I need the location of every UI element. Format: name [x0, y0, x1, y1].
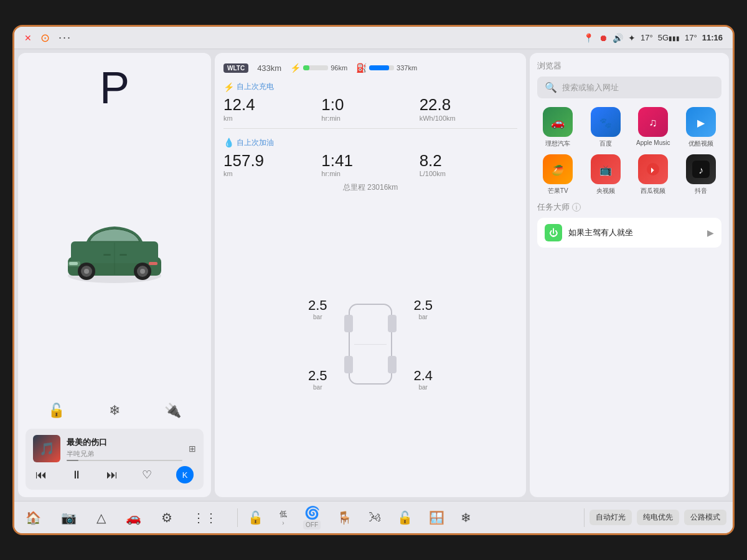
app-label-mango: 芒果TV [548, 187, 568, 195]
location-icon: 📍 [583, 33, 594, 43]
fuel-section-label: 💧 自上次加油 [223, 138, 517, 148]
toolbar-car[interactable]: 🚗 [121, 508, 146, 528]
home-icon: 🏠 [26, 510, 41, 525]
app-xigua[interactable]: ⏵ 西瓜视频 [632, 154, 674, 195]
toolbar-settings[interactable]: ⚙ [156, 508, 177, 528]
ev-priority-button[interactable]: 纯电优先 [637, 510, 679, 525]
toolbar-camera[interactable]: 📷 [56, 508, 82, 528]
electric-stats: 12.4 km 1:0 hr:min 22.8 kWh/100km [223, 96, 517, 122]
charge-control-icon[interactable]: 🔌 [164, 403, 181, 419]
low-label: 低 [280, 509, 287, 520]
toolbar-cool[interactable]: ❄ [456, 508, 476, 528]
electric-time: 1:0 hr:min [321, 96, 419, 122]
status-left: ✕ ⊙ ··· [24, 31, 576, 45]
browser-search[interactable]: 🔍 搜索或输入网址 [537, 77, 721, 98]
camera-icon: 📷 [61, 510, 77, 525]
task-arrow-icon[interactable]: ▶ [707, 228, 714, 238]
app-label-cctv: 央视频 [596, 187, 615, 195]
toolbar-windshield[interactable]: 🌬 [364, 508, 386, 527]
music-text: 最美的伤口 半吨兄弟 [67, 437, 182, 461]
status-bar: ✕ ⊙ ··· 📍 ⏺ 🔊 ✦ 17° 5G▮▮▮ 17° 11:16 [14, 27, 733, 49]
electric-range: ⚡ 96km [290, 63, 347, 73]
fuel-stats: 157.9 km 1:41 hr:min 8.2 L/100km [223, 152, 517, 178]
fuel-consumption: 8.2 L/100km [420, 152, 517, 178]
app-lixiang[interactable]: 🚗 理想汽车 [537, 107, 579, 148]
prev-button[interactable]: ⏮ [35, 469, 47, 482]
network-label: 5G▮▮▮ [658, 33, 680, 42]
svg-rect-5 [149, 262, 157, 265]
task-section: 任务大师 i ⏻ 如果主驾有人就坐 ▶ [537, 202, 721, 248]
app-icon-xigua: ⏵ [638, 154, 668, 184]
cool-icon: ❄ [461, 510, 471, 525]
app-cctv[interactable]: 📺 央视频 [585, 154, 627, 195]
fuel-distance: 157.9 km [223, 152, 321, 178]
tire-rr: 2.4 bar [413, 368, 433, 391]
pause-button[interactable]: ⏸ [71, 469, 82, 482]
svg-text:🥭: 🥭 [552, 164, 564, 176]
music-player: 🎵 最美的伤口 半吨兄弟 ⊞ ⏮ ⏸ ⏭ ♡ [26, 429, 204, 490]
fuel-time: 1:41 hr:min [321, 152, 419, 178]
app-mango[interactable]: 🥭 芒果TV [537, 154, 579, 195]
gear-indicator: P [26, 60, 204, 110]
mirror-icon: 🪟 [429, 510, 444, 525]
nav-icon: △ [96, 510, 106, 525]
car-svg [52, 217, 177, 291]
toolbar-lock[interactable]: 🔓 [243, 508, 268, 528]
nav-dots[interactable]: ··· [59, 31, 72, 44]
svg-point-11 [140, 269, 145, 274]
settings-icon: ⚙ [161, 510, 172, 525]
lock-control-icon[interactable]: 🔓 [48, 403, 65, 419]
circular-icon[interactable]: ⊙ [40, 31, 50, 45]
ac-control-icon[interactable]: ❄ [109, 403, 120, 419]
svg-text:📺: 📺 [599, 164, 612, 176]
music-cover: 🎵 [33, 435, 60, 462]
main-content: P [14, 49, 733, 501]
total-mileage: 总里程 23016km [223, 181, 517, 194]
fan-icon: 🌀 [304, 505, 320, 520]
browser-section: 浏览器 🔍 搜索或输入网址 [537, 60, 721, 98]
tire-pressure-section: 2.5 bar 2.5 bar [223, 198, 517, 490]
next-button[interactable]: ⏭ [106, 469, 118, 482]
like-button[interactable]: ♡ [142, 468, 152, 482]
volume-icon[interactable]: 🔊 [613, 33, 623, 43]
time-label: 11:16 [702, 33, 723, 42]
svg-rect-13 [103, 254, 111, 256]
toolbar-home[interactable]: 🏠 [21, 508, 46, 528]
task-item[interactable]: ⏻ 如果主驾有人就坐 ▶ [537, 218, 721, 248]
toolbar-seat-heat[interactable]: 🪑 [332, 508, 357, 528]
search-placeholder: 搜索或输入网址 [562, 82, 619, 93]
queue-icon[interactable]: ⊞ [189, 444, 196, 454]
browser-title: 浏览器 [537, 60, 721, 72]
music-progress-bar [67, 460, 182, 461]
app-youku[interactable]: ▶ 优酷视频 [680, 107, 722, 148]
app-apple-music[interactable]: ♫ Apple Music [632, 107, 674, 148]
right-panel: 浏览器 🔍 搜索或输入网址 🚗 理想汽车 🐾 [530, 53, 729, 497]
svg-text:🐾: 🐾 [599, 117, 612, 129]
car-icon: 🚗 [126, 510, 141, 525]
toolbar-low[interactable]: 低 › [275, 506, 292, 529]
app-douyin[interactable]: ♪ 抖音 [680, 154, 722, 195]
info-icon[interactable]: i [572, 203, 581, 212]
app-baidu[interactable]: 🐾 百度 [585, 107, 627, 148]
toolbar-fan[interactable]: 🌀 OFF [298, 503, 326, 532]
svg-text:▶: ▶ [697, 118, 705, 128]
auto-light-button[interactable]: 自动灯光 [590, 510, 632, 525]
screen-frame: ✕ ⊙ ··· 📍 ⏺ 🔊 ✦ 17° 5G▮▮▮ 17° 11:16 P [12, 25, 735, 535]
toolbar-lock2[interactable]: 🔓 [392, 508, 418, 528]
close-icon[interactable]: ✕ [24, 33, 32, 43]
toolbar-mirror[interactable]: 🪟 [424, 508, 449, 528]
wltc-badge: WLTC [223, 63, 248, 73]
app-icon-cctv: 📺 [591, 154, 621, 184]
svg-text:⏵: ⏵ [649, 166, 657, 174]
highway-mode-button[interactable]: 公路模式 [684, 510, 726, 525]
sos-label[interactable]: 17° [641, 33, 653, 42]
app-label-apple-music: Apple Music [636, 139, 670, 146]
k-button[interactable]: K [176, 466, 194, 483]
total-range: 433km [257, 63, 281, 73]
status-right: 📍 ⏺ 🔊 ✦ 17° 5G▮▮▮ 17° 11:16 [583, 33, 723, 43]
toolbar-apps[interactable]: ⋮⋮ [187, 508, 222, 528]
toolbar-middle: 🔓 低 › 🌀 OFF 🪑 🌬 🔓 🪟 ❄ [243, 503, 579, 532]
off-badge: OFF [303, 520, 321, 530]
car-controls: 🔓 ❄ 🔌 [26, 398, 204, 424]
toolbar-nav[interactable]: △ [92, 508, 111, 528]
